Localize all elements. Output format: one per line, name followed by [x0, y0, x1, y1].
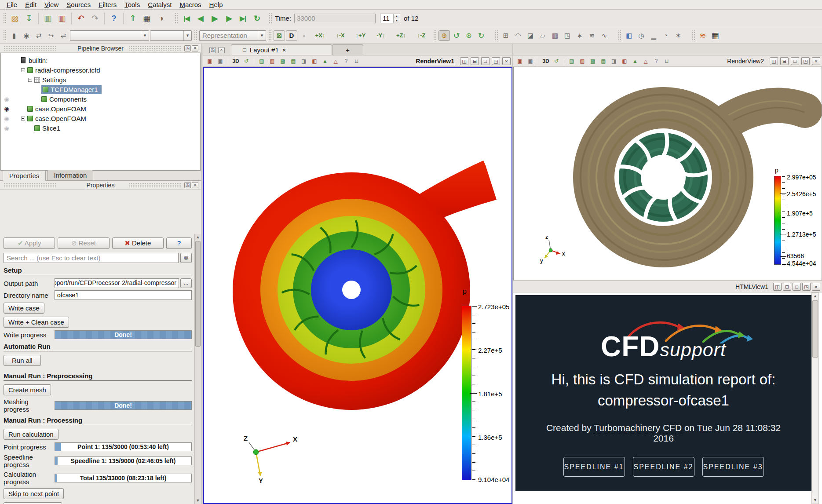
menu-help[interactable]: Help — [205, 0, 227, 9]
spinner-up-icon[interactable]: ▴ — [394, 14, 400, 18]
speedline-2-button[interactable]: SPEEDLINE #2 — [633, 457, 694, 477]
gear-icon[interactable]: ⊛ — [180, 253, 192, 263]
toggle-3d-icon[interactable]: 3D — [231, 57, 241, 66]
last-frame-button[interactable]: ▶| — [236, 12, 249, 25]
select-points-frustum-icon[interactable]: ▤ — [289, 57, 298, 66]
representation-combo[interactable]: Representation▾ — [199, 30, 266, 41]
speedline-1-button[interactable]: SPEEDLINE #1 — [563, 457, 625, 477]
center-axes-visibility-toggle[interactable]: ⊕ — [438, 30, 450, 41]
split-vertical-icon[interactable]: ⊟ — [783, 283, 791, 291]
extract-subset-icon[interactable]: ◳ — [562, 30, 573, 41]
interactive-select-cells-icon[interactable]: ▲ — [630, 57, 640, 66]
maximize-view-icon[interactable]: □ — [791, 57, 799, 65]
color-palette-icon[interactable]: ◑ — [154, 12, 168, 25]
visibility-eye-icon[interactable]: ◉ — [1, 115, 12, 122]
toolbar-handle[interactable] — [3, 30, 6, 41]
reset-camera-view-icon[interactable]: ↺ — [552, 57, 561, 66]
turbomachinery-cfd-link[interactable]: Turbomachinery CFD — [594, 423, 682, 433]
close-tab-icon[interactable]: × — [282, 46, 286, 54]
toolbar-handle[interactable] — [3, 13, 6, 24]
select-cells-polygon-icon[interactable]: ◨ — [299, 57, 309, 66]
rotate-90-ccw-icon[interactable]: ↺ — [451, 30, 462, 41]
select-points-rect-icon[interactable]: ▨ — [577, 57, 587, 66]
screenshot-camera-icon[interactable]: ▣ — [515, 57, 525, 66]
hover-help-icon[interactable]: ? — [651, 57, 661, 66]
browse-button[interactable]: ... — [180, 278, 192, 288]
rotate-90-cw-icon[interactable]: ↻ — [475, 30, 487, 41]
view-minus-x-button[interactable]: ↑-X — [331, 29, 350, 42]
plot-selection-over-time-icon[interactable]: ◔ — [660, 30, 672, 41]
split-vertical-icon[interactable]: ⊟ — [780, 57, 789, 65]
plot-over-time-icon[interactable]: ◷ — [636, 30, 647, 41]
view-plus-x-button[interactable]: +X↑ — [311, 29, 330, 42]
run-calculation-button[interactable]: Run calculation — [4, 429, 58, 440]
menu-edit[interactable]: Edit — [21, 0, 40, 9]
reset-camera-icon[interactable]: ⊠ — [274, 30, 285, 41]
interactive-select-cells-icon[interactable]: ▲ — [320, 57, 330, 66]
axes-grid-icon[interactable]: ✶ — [672, 30, 684, 41]
skip-to-next-point-button[interactable]: Skip to next point — [4, 488, 64, 499]
rotate-arrow-icon[interactable]: ↪ — [45, 30, 57, 41]
speedline-3-button[interactable]: SPEEDLINE #3 — [702, 457, 764, 477]
tree-item-settings[interactable]: Settings — [1, 75, 200, 84]
tab-layout-1[interactable]: □ Layout #1 × — [231, 44, 332, 55]
redo-icon[interactable]: ↷ — [88, 12, 102, 25]
selected-tree-item[interactable]: TCFDManager1 — [41, 85, 102, 94]
visibility-eye-icon[interactable]: ◉ — [1, 96, 12, 102]
output-path-field[interactable]: pport/run/CFDProcessor-2/radial-compress… — [55, 278, 179, 288]
scroll-down-icon[interactable]: ▼ — [195, 497, 201, 504]
toolbar-handle[interactable] — [194, 30, 197, 41]
popout-view-icon[interactable]: ◳ — [802, 283, 811, 291]
close-view-icon[interactable]: × — [502, 57, 511, 65]
toolbar-handle[interactable] — [495, 30, 498, 41]
run-all-button[interactable]: Run all — [4, 355, 41, 366]
histogram-icon[interactable]: ▁ — [648, 30, 659, 41]
stream-tracer-icon[interactable]: ≋ — [586, 30, 598, 41]
contour-icon[interactable]: ◠ — [512, 30, 524, 41]
loop-button[interactable]: ↻ — [250, 12, 263, 25]
toolbar-handle[interactable] — [692, 30, 695, 41]
user-view-icon[interactable]: ◉ — [21, 30, 32, 41]
toggle-3d-icon[interactable]: 3D — [541, 57, 551, 66]
scroll-down-icon[interactable]: ▼ — [812, 497, 818, 504]
select-cells-rect-icon[interactable]: ▧ — [257, 57, 267, 66]
properties-scrollbar[interactable]: ▲ ▼ — [194, 234, 201, 504]
pause-icon[interactable]: ▮ — [8, 30, 20, 41]
maximize-view-icon[interactable]: □ — [481, 57, 490, 65]
toolbar-handle[interactable] — [433, 30, 436, 41]
visibility-eye-icon[interactable]: ◉ — [1, 125, 12, 131]
menu-filters[interactable]: Filters — [95, 0, 121, 9]
popout-dock-icon[interactable]: ◳ — [184, 182, 191, 188]
toolbar-handle[interactable] — [618, 30, 621, 41]
close-dock-icon[interactable]: × — [192, 45, 198, 51]
toolbar-handle[interactable] — [269, 13, 272, 24]
select-cells-rect-icon[interactable]: ▧ — [567, 57, 577, 66]
close-view-icon[interactable]: × — [812, 57, 820, 65]
close-layout-icon[interactable]: × — [218, 47, 225, 53]
select-points-polygon-icon[interactable]: ◧ — [310, 57, 319, 66]
component-combo[interactable]: ▾ — [150, 30, 192, 41]
select-points-frustum-icon[interactable]: ▤ — [599, 57, 608, 66]
collapse-expander-icon[interactable] — [21, 117, 25, 121]
transfer-arrows-icon[interactable]: ⇌ — [58, 30, 69, 41]
close-view-icon[interactable]: × — [812, 283, 820, 291]
add-layout-tab[interactable]: + — [332, 44, 363, 55]
tree-item-case-openfoam-1[interactable]: ◉ case.OpenFOAM — [1, 104, 200, 113]
glyph-filter-icon[interactable]: ∗ — [574, 30, 585, 41]
scroll-up-icon[interactable]: ▲ — [195, 234, 201, 241]
hover-help-icon[interactable]: ? — [341, 57, 351, 66]
first-frame-button[interactable]: |◀ — [180, 12, 193, 25]
tcfd-mesh-icon[interactable]: ▦ — [709, 30, 721, 41]
select-points-polygon-icon[interactable]: ◧ — [620, 57, 629, 66]
split-vertical-icon[interactable]: ⊟ — [471, 57, 479, 65]
select-points-rect-icon[interactable]: ▨ — [267, 57, 277, 66]
undo-icon[interactable]: ↶ — [74, 12, 88, 25]
tree-item-slice1[interactable]: ◉ Slice1 — [1, 123, 200, 133]
tcfd-streamlines-icon[interactable]: ≋ — [697, 30, 709, 41]
scroll-up-icon[interactable]: ▲ — [812, 293, 818, 299]
time-input[interactable] — [294, 14, 376, 23]
popout-view-icon[interactable]: ◳ — [492, 57, 500, 65]
screenshot-camera-icon[interactable]: ▣ — [205, 57, 215, 66]
select-cells-frustum-icon[interactable]: ▩ — [588, 57, 598, 66]
toolbar-handle[interactable] — [175, 13, 178, 24]
